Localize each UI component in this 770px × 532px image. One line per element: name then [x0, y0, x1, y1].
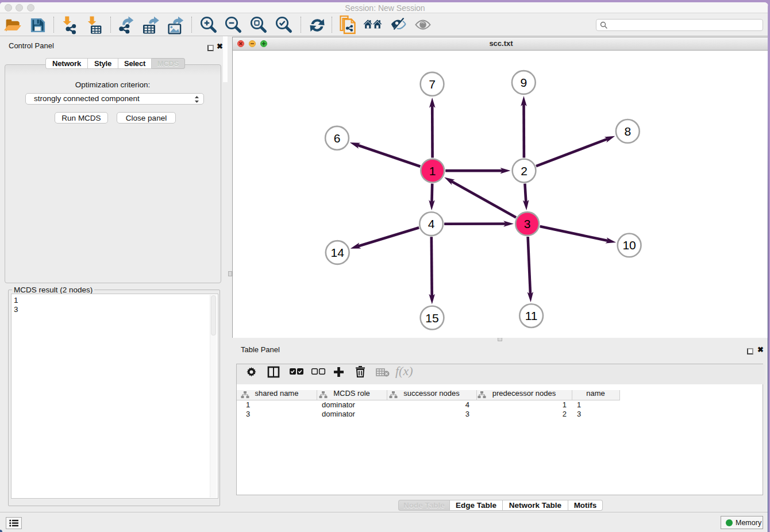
svg-text:3: 3: [524, 217, 531, 230]
svg-text:1: 1: [429, 164, 436, 178]
svg-text:2: 2: [521, 164, 528, 178]
svg-text:15: 15: [425, 311, 438, 325]
svg-text:11: 11: [525, 309, 538, 322]
svg-text:6: 6: [334, 132, 341, 145]
svg-text:10: 10: [622, 238, 636, 252]
svg-text:14: 14: [331, 246, 345, 259]
svg-text:7: 7: [429, 78, 436, 91]
svg-text:9: 9: [520, 76, 527, 89]
svg-text:8: 8: [624, 125, 631, 138]
svg-text:4: 4: [428, 217, 435, 230]
